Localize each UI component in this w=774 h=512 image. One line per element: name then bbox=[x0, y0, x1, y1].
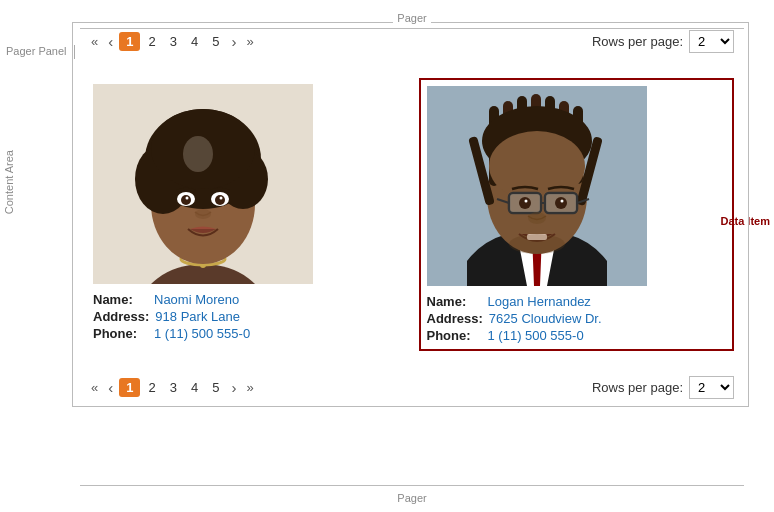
svg-point-14 bbox=[215, 195, 225, 205]
logan-address-value: 7625 Cloudview Dr. bbox=[489, 311, 602, 326]
page-1-top[interactable]: 1 bbox=[119, 32, 140, 51]
data-item-naomi[interactable]: Name: Naomi Moreno Address: 918 Park Lan… bbox=[87, 78, 399, 351]
svg-point-10 bbox=[183, 136, 213, 172]
logan-details: Name: Logan Hernandez Address: 7625 Clou… bbox=[427, 294, 727, 343]
naomi-address-value: 918 Park Lane bbox=[155, 309, 240, 324]
first-page-top[interactable]: « bbox=[87, 32, 102, 51]
last-page-top[interactable]: » bbox=[242, 32, 257, 51]
svg-point-45 bbox=[509, 234, 565, 254]
page-5-top[interactable]: 5 bbox=[206, 32, 225, 51]
pager-panel-label: Pager Panel bbox=[6, 45, 75, 59]
svg-point-13 bbox=[181, 195, 191, 205]
svg-point-41 bbox=[524, 200, 527, 203]
naomi-photo bbox=[93, 84, 313, 284]
naomi-address-label: Address: bbox=[93, 309, 149, 324]
svg-point-15 bbox=[186, 197, 189, 200]
naomi-details: Name: Naomi Moreno Address: 918 Park Lan… bbox=[93, 292, 393, 341]
page-4-bottom[interactable]: 4 bbox=[185, 378, 204, 397]
content-area-label: Content Area bbox=[3, 150, 15, 214]
svg-point-42 bbox=[560, 200, 563, 203]
svg-point-31 bbox=[489, 131, 585, 201]
rows-per-page-select-bottom[interactable]: 1 2 5 10 bbox=[689, 376, 734, 399]
pagination-top: « ‹ 1 2 3 4 5 › » bbox=[87, 31, 258, 52]
pager-top-label: Pager bbox=[393, 12, 430, 24]
page-2-bottom[interactable]: 2 bbox=[142, 378, 161, 397]
logan-phone-label: Phone: bbox=[427, 328, 482, 343]
svg-point-16 bbox=[220, 197, 223, 200]
logan-name-label: Name: bbox=[427, 294, 482, 309]
next-page-top[interactable]: › bbox=[227, 31, 240, 52]
naomi-phone-value: 1 (11) 500 555-0 bbox=[154, 326, 250, 341]
pagination-bottom: « ‹ 1 2 3 4 5 › » bbox=[87, 377, 258, 398]
last-page-bottom[interactable]: » bbox=[242, 378, 257, 397]
naomi-name-value: Naomi Moreno bbox=[154, 292, 239, 307]
data-item-logan[interactable]: Name: Logan Hernandez Address: 7625 Clou… bbox=[419, 78, 735, 351]
svg-point-39 bbox=[519, 197, 531, 209]
page-3-bottom[interactable]: 3 bbox=[164, 378, 183, 397]
prev-page-top[interactable]: ‹ bbox=[104, 31, 117, 52]
next-page-bottom[interactable]: › bbox=[227, 377, 240, 398]
rows-per-page-label-top: Rows per page: bbox=[592, 34, 683, 49]
page-5-bottom[interactable]: 5 bbox=[206, 378, 225, 397]
page-1-bottom[interactable]: 1 bbox=[119, 378, 140, 397]
rows-per-page-label-bottom: Rows per page: bbox=[592, 380, 683, 395]
page-4-top[interactable]: 4 bbox=[185, 32, 204, 51]
svg-point-40 bbox=[555, 197, 567, 209]
naomi-name-label: Name: bbox=[93, 292, 148, 307]
page-3-top[interactable]: 3 bbox=[164, 32, 183, 51]
naomi-phone-label: Phone: bbox=[93, 326, 148, 341]
rows-per-page-select-top[interactable]: 1 2 5 10 bbox=[689, 30, 734, 53]
logan-name-value: Logan Hernandez bbox=[488, 294, 591, 309]
logan-photo bbox=[427, 86, 647, 286]
prev-page-bottom[interactable]: ‹ bbox=[104, 377, 117, 398]
logan-address-label: Address: bbox=[427, 311, 483, 326]
logan-phone-value: 1 (11) 500 555-0 bbox=[488, 328, 584, 343]
pager-bottom-label: Pager bbox=[393, 492, 430, 504]
page-2-top[interactable]: 2 bbox=[142, 32, 161, 51]
first-page-bottom[interactable]: « bbox=[87, 378, 102, 397]
